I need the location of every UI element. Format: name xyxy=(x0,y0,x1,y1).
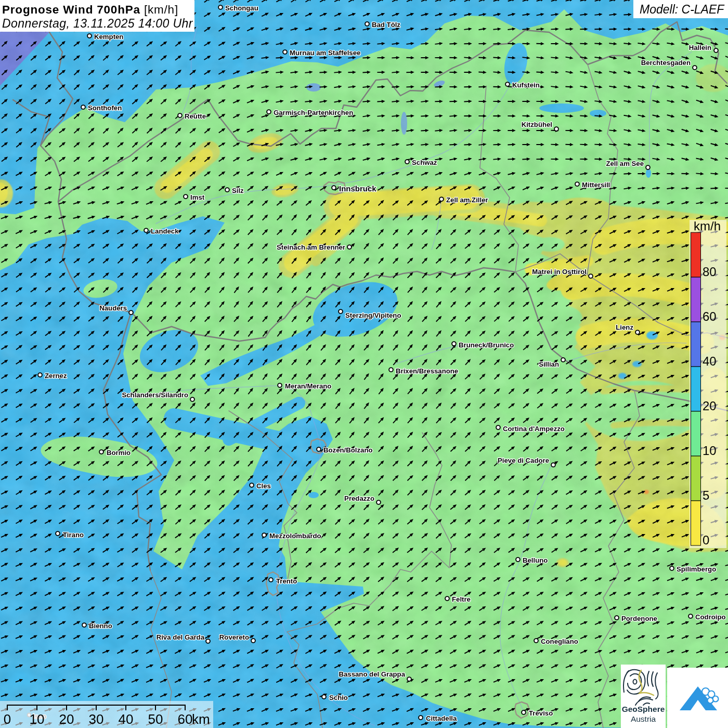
svg-text:Reutte: Reutte xyxy=(185,112,206,120)
svg-text:Silz: Silz xyxy=(232,187,244,194)
svg-text:Cortina d'Ampezzo: Cortina d'Ampezzo xyxy=(503,425,565,433)
svg-text:Berchtesgaden: Berchtesgaden xyxy=(641,59,691,67)
svg-text:Pieve di Cadore: Pieve di Cadore xyxy=(498,457,549,464)
svg-text:Pordenone: Pordenone xyxy=(621,615,657,622)
svg-text:Zernez: Zernez xyxy=(45,372,67,380)
svg-text:Zell am Ziller: Zell am Ziller xyxy=(446,196,488,204)
svg-text:Landeck: Landeck xyxy=(151,227,179,235)
svg-text:Meran/Merano: Meran/Merano xyxy=(285,382,331,390)
svg-text:Sonthofen: Sonthofen xyxy=(88,104,122,112)
svg-text:Kitzbühel: Kitzbühel xyxy=(522,121,552,128)
svg-text:Brixen/Bressanone: Brixen/Bressanone xyxy=(396,367,458,375)
svg-text:Predazzo: Predazzo xyxy=(344,495,374,502)
svg-text:Riva del Garda: Riva del Garda xyxy=(157,633,205,641)
svg-text:Bienno: Bienno xyxy=(89,622,112,630)
svg-text:Cles: Cles xyxy=(256,482,271,490)
svg-text:Modell: C-LAEF: Modell: C-LAEF xyxy=(640,3,725,16)
svg-text:Conegliano: Conegliano xyxy=(541,638,578,645)
svg-text:20: 20 xyxy=(59,711,74,727)
svg-text:Schlanders/Silandro: Schlanders/Silandro xyxy=(122,391,188,399)
svg-text:Steinach am Brenner: Steinach am Brenner xyxy=(277,243,345,251)
svg-text:Schwaz: Schwaz xyxy=(412,159,437,166)
svg-text:Garmisch-Partenkirchen: Garmisch-Partenkirchen xyxy=(274,109,353,116)
svg-text:Bassano del Grappa: Bassano del Grappa xyxy=(339,670,405,678)
svg-text:Bozen/Bolzano: Bozen/Bolzano xyxy=(323,446,373,454)
svg-text:0: 0 xyxy=(4,711,11,727)
svg-text:Imst: Imst xyxy=(190,193,205,201)
svg-text:30: 30 xyxy=(89,711,104,727)
svg-text:Mittersill: Mittersill xyxy=(582,181,610,189)
svg-text:Lienz: Lienz xyxy=(616,323,633,331)
svg-text:Matrei in Osttirol: Matrei in Osttirol xyxy=(532,268,587,276)
svg-text:50: 50 xyxy=(148,711,163,727)
svg-text:Bormio: Bormio xyxy=(107,449,131,457)
svg-text:80: 80 xyxy=(703,265,717,279)
svg-text:Kufstein: Kufstein xyxy=(512,81,540,89)
svg-text:km: km xyxy=(192,711,210,727)
svg-text:GeoSphere: GeoSphere xyxy=(622,705,665,713)
svg-text:0: 0 xyxy=(703,533,709,547)
svg-text:Sterzing/Vipiteno: Sterzing/Vipiteno xyxy=(345,311,401,319)
svg-text:Murnau am Staffelsee: Murnau am Staffelsee xyxy=(290,49,360,57)
svg-text:km/h: km/h xyxy=(694,219,721,233)
svg-text:Sillian: Sillian xyxy=(539,360,559,368)
svg-text:Nauders: Nauders xyxy=(99,304,127,312)
svg-text:Cittadella: Cittadella xyxy=(426,714,457,722)
svg-text:10: 10 xyxy=(30,711,45,727)
svg-text:Prognose Wind 700hPa [km/h]: Prognose Wind 700hPa [km/h] xyxy=(2,3,178,16)
svg-text:Mezzolombardo: Mezzolombardo xyxy=(269,532,321,540)
svg-text:Codroipo: Codroipo xyxy=(695,613,726,621)
svg-text:Donnerstag, 13.11.2025 14:00 U: Donnerstag, 13.11.2025 14:00 Uhr xyxy=(2,17,193,30)
svg-text:Hallein: Hallein xyxy=(689,44,711,51)
svg-text:40: 40 xyxy=(703,354,717,368)
svg-text:Spilimbergo: Spilimbergo xyxy=(677,565,716,573)
svg-text:20: 20 xyxy=(703,399,717,413)
svg-text:Kempten: Kempten xyxy=(94,33,123,41)
svg-text:60: 60 xyxy=(178,711,193,727)
svg-text:Feltre: Feltre xyxy=(452,595,471,603)
svg-text:Bad Tölz: Bad Tölz xyxy=(372,21,400,29)
svg-text:Bruneck/Brunico: Bruneck/Brunico xyxy=(459,341,514,349)
svg-text:Treviso: Treviso xyxy=(529,709,553,717)
svg-text:5: 5 xyxy=(703,488,709,502)
svg-text:Zell am See: Zell am See xyxy=(606,160,644,167)
svg-text:40: 40 xyxy=(119,711,134,727)
svg-text:Schongau: Schongau xyxy=(225,4,258,12)
svg-text:Belluno: Belluno xyxy=(523,556,548,564)
svg-text:10: 10 xyxy=(703,444,717,458)
svg-text:Schio: Schio xyxy=(329,694,348,701)
svg-text:Rovereto: Rovereto xyxy=(219,633,249,641)
svg-text:Austria: Austria xyxy=(631,714,656,723)
svg-text:Trento: Trento xyxy=(276,577,297,585)
svg-text:Innsbruck: Innsbruck xyxy=(339,184,376,193)
svg-text:60: 60 xyxy=(703,309,717,323)
svg-text:Tirano: Tirano xyxy=(63,531,84,539)
